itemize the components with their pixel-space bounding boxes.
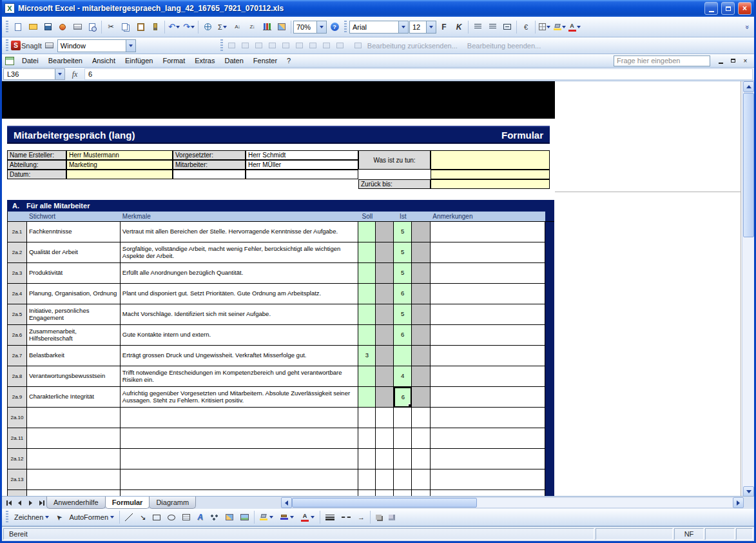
borders-button[interactable] bbox=[538, 19, 552, 35]
cell-ist[interactable] bbox=[394, 469, 412, 490]
mitarbeiter-value[interactable]: Herr MÜller bbox=[246, 160, 358, 170]
cell-anmerkungen[interactable] bbox=[431, 387, 545, 408]
clipart-button[interactable] bbox=[222, 511, 237, 524]
cell-row-number[interactable] bbox=[8, 490, 27, 496]
toolbar-grip[interactable] bbox=[6, 39, 8, 52]
cell-spacer[interactable] bbox=[412, 469, 431, 490]
cell-anmerkungen[interactable] bbox=[431, 469, 545, 490]
cell-merkmale[interactable]: Aufrichtig gegenüber Vorgesetzten und Mi… bbox=[121, 387, 359, 408]
cell-spacer[interactable] bbox=[376, 408, 394, 428]
cell-ist[interactable]: 6 bbox=[394, 387, 412, 408]
cell-ist[interactable]: 5 bbox=[394, 304, 412, 325]
cell-anmerkungen[interactable] bbox=[431, 366, 545, 387]
cell-stichwort[interactable]: Qualität der Arbeit bbox=[27, 242, 121, 263]
cell-soll[interactable] bbox=[358, 222, 376, 242]
cell-merkmale[interactable]: Erträgt grossen Druck und Ungewissheit. … bbox=[121, 346, 359, 366]
empty-cell[interactable] bbox=[246, 170, 358, 179]
cell-stichwort[interactable] bbox=[27, 428, 121, 449]
scroll-left-button[interactable] bbox=[281, 497, 292, 508]
cell-row-number[interactable]: 2a.1 bbox=[8, 222, 27, 242]
cell-stichwort[interactable] bbox=[27, 490, 121, 496]
cell-row-number[interactable]: 2a.5 bbox=[8, 304, 27, 325]
cell-spacer[interactable] bbox=[412, 263, 431, 284]
euro-button[interactable]: € bbox=[519, 19, 533, 35]
cell-spacer[interactable] bbox=[376, 366, 394, 387]
cell-ist[interactable] bbox=[394, 428, 412, 449]
cell-anmerkungen[interactable] bbox=[431, 490, 545, 496]
cell-row-number[interactable]: 2a.11 bbox=[8, 428, 27, 449]
snagit-mode-combobox[interactable]: Window bbox=[57, 39, 136, 52]
workbook-restore-button[interactable] bbox=[728, 56, 739, 66]
horizontal-scroll-thumb[interactable] bbox=[292, 498, 477, 508]
bold-button[interactable]: F bbox=[437, 19, 451, 35]
cell-spacer[interactable] bbox=[376, 346, 394, 366]
font-name-combobox[interactable]: Arial bbox=[349, 21, 409, 34]
cell-soll[interactable] bbox=[358, 325, 376, 346]
align-left-button[interactable] bbox=[470, 19, 485, 35]
cell-row-number[interactable]: 2a.4 bbox=[8, 284, 27, 304]
scroll-down-button[interactable] bbox=[743, 486, 754, 496]
abteilung-value[interactable]: Marketing bbox=[66, 160, 173, 170]
help-button[interactable]: ? bbox=[327, 19, 342, 35]
question-input[interactable] bbox=[614, 55, 710, 66]
cell-anmerkungen[interactable] bbox=[431, 325, 545, 346]
cell-spacer[interactable] bbox=[376, 428, 394, 449]
cell-stichwort[interactable]: Verantwortungsbewusstsein bbox=[27, 366, 121, 387]
open-button[interactable] bbox=[26, 19, 40, 35]
diagram-button[interactable] bbox=[207, 511, 222, 524]
oval-button[interactable] bbox=[164, 511, 179, 524]
menu-einfuegen[interactable]: Einfügen bbox=[121, 55, 157, 66]
cell-ist[interactable]: 5 bbox=[394, 263, 412, 284]
vertical-scrollbar[interactable] bbox=[742, 81, 754, 496]
copy-button[interactable] bbox=[119, 19, 133, 35]
cell-ist[interactable]: 5 bbox=[394, 242, 412, 263]
save-button[interactable] bbox=[41, 19, 55, 35]
was-ist-zu-tun-value[interactable] bbox=[431, 150, 550, 170]
dropdown-button[interactable] bbox=[55, 69, 64, 79]
print-button[interactable] bbox=[70, 19, 84, 35]
permission-button[interactable] bbox=[55, 19, 70, 35]
cell-ist[interactable]: 5 bbox=[394, 222, 412, 242]
cut-button[interactable]: ✂ bbox=[104, 19, 118, 35]
cell-soll[interactable] bbox=[358, 284, 376, 304]
dropdown-button[interactable] bbox=[316, 21, 326, 33]
insert-function-button[interactable]: fx bbox=[66, 70, 83, 79]
cell-row-number[interactable]: 2a.7 bbox=[8, 346, 27, 366]
cell-anmerkungen[interactable] bbox=[431, 263, 545, 284]
line-style-button[interactable] bbox=[322, 511, 338, 524]
cell-spacer[interactable] bbox=[376, 490, 394, 496]
cell-row-number[interactable]: 2a.2 bbox=[8, 242, 27, 263]
vertical-scroll-thumb[interactable] bbox=[743, 93, 754, 237]
cell-ist[interactable]: 4 bbox=[394, 366, 412, 387]
cell-spacer[interactable] bbox=[412, 242, 431, 263]
cell-spacer[interactable] bbox=[412, 387, 431, 408]
menu-datei[interactable]: Datei bbox=[17, 55, 43, 66]
menu-bearbeiten[interactable]: Bearbeiten bbox=[44, 55, 87, 66]
toolbar-grip[interactable] bbox=[344, 21, 347, 34]
cell-anmerkungen[interactable] bbox=[431, 346, 545, 366]
redo-button[interactable]: ↷ bbox=[182, 19, 196, 35]
cell-ist[interactable]: 6 bbox=[394, 284, 412, 304]
cell-spacer[interactable] bbox=[412, 366, 431, 387]
toolbar-grip[interactable] bbox=[6, 511, 8, 524]
drawing-button[interactable] bbox=[275, 19, 289, 35]
cell-soll[interactable] bbox=[358, 304, 376, 325]
cell-ist[interactable] bbox=[394, 449, 412, 469]
first-sheet-button[interactable] bbox=[3, 498, 14, 508]
cell-stichwort[interactable]: Charakterliche Integrität bbox=[27, 387, 121, 408]
cell-stichwort[interactable] bbox=[27, 449, 121, 469]
cell-merkmale[interactable]: Trifft notwendige Entscheidungen im Komp… bbox=[121, 366, 359, 387]
merge-center-button[interactable] bbox=[500, 19, 514, 35]
cell-anmerkungen[interactable] bbox=[431, 428, 545, 449]
close-button[interactable]: × bbox=[738, 2, 751, 15]
cell-spacer[interactable] bbox=[376, 222, 394, 242]
workbook-icon[interactable] bbox=[5, 57, 14, 65]
cell-stichwort[interactable] bbox=[27, 469, 121, 490]
cell-stichwort[interactable]: Belastbarkeit bbox=[27, 346, 121, 366]
cell-stichwort[interactable]: Zusammenarbeit, Hilfsbereitschaft bbox=[27, 325, 121, 346]
line-color-button[interactable] bbox=[277, 511, 297, 524]
cell-soll[interactable] bbox=[358, 490, 376, 496]
cell-ist[interactable] bbox=[394, 346, 412, 366]
shadow-style-button[interactable] bbox=[373, 511, 385, 524]
cell-spacer[interactable] bbox=[412, 449, 431, 469]
